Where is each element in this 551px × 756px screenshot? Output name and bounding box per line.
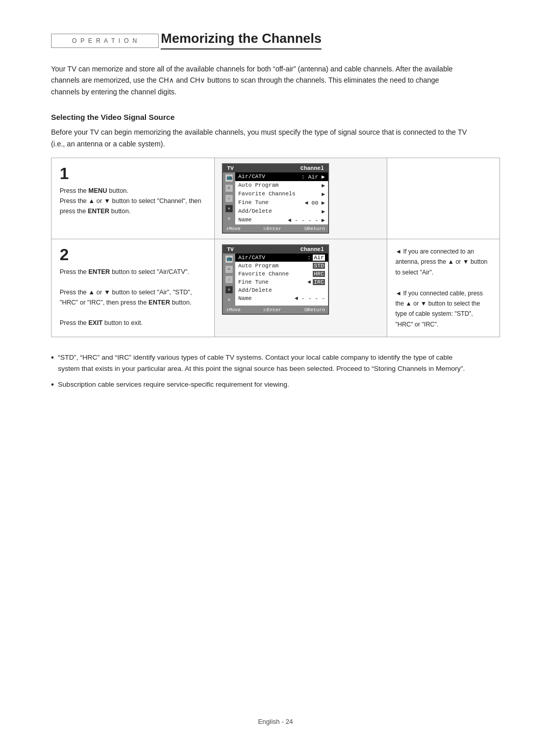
operation-header: O P E R A T I O N: [51, 34, 159, 48]
page-title: Memorizing the Channels: [161, 31, 321, 49]
tv-icon-grid: ⊞: [226, 215, 233, 222]
tv-icon-antenna: 📺: [226, 174, 233, 182]
menu-item-label: Favorite Channels: [238, 191, 295, 197]
step-2-right: ◄ If you are connected to an antenna, pr…: [387, 239, 499, 337]
note-text-1: “STD”, “HRC” and “IRC” identify various …: [58, 352, 469, 374]
tv-menu-2-header-left: TV: [227, 246, 234, 253]
menu-item-value: ◄ IRC: [308, 279, 325, 285]
step-1-right: [387, 158, 499, 239]
tv-icon-speaker-2: ♪: [226, 276, 233, 283]
step-1-row: 1 Press the MENU button. Press the ▲ or …: [51, 158, 500, 239]
step-1-left: 1 Press the MENU button. Press the ▲ or …: [52, 158, 215, 239]
menu-item-label: Add/Delete: [238, 287, 272, 293]
step-2-row: 2 Press the ENTER button to select "Air/…: [51, 239, 500, 337]
menu-item-adddelete-1: Add/Delete ▶: [235, 207, 328, 216]
tv-icon-grid-2: ⊞: [226, 296, 233, 304]
page-number: English - 24: [258, 718, 293, 725]
note-item-1: • “STD”, “HRC” and “IRC” identify variou…: [51, 352, 469, 374]
menu-item-aircatv-2: Air/CATV : Air: [235, 254, 328, 262]
tv-menu-2-header: TV Channel: [223, 245, 328, 254]
menu-item-autoprog-1: Auto Program ▶: [235, 181, 328, 190]
note-item-2: • Subscription cable services require se…: [51, 379, 469, 390]
tv-menu-1-header-right: Channel: [300, 165, 324, 171]
footer-return-2: ⊡Return: [305, 307, 325, 313]
intro-text: Your TV can memorize and store all of th…: [51, 63, 469, 97]
menu-item-value: : Air: [308, 255, 325, 261]
tv-menu-1-header-left: TV: [227, 165, 234, 171]
note-bullet-1: •: [51, 352, 54, 374]
menu-item-name-2: Name ◄ - - - -: [235, 294, 328, 303]
menu-item-name-1: Name ◄ - - - - ▶: [235, 216, 328, 224]
menu-item-value: ◄ 00 ▶: [305, 199, 325, 206]
menu-item-value: ◄ - - - -: [295, 295, 325, 301]
step-2-menu: TV Channel 📺 ≡ ♪ ✕ ⊞ Air/CATV : Air: [215, 239, 387, 337]
section-subtext: Before your TV can begin memorizing the …: [51, 127, 469, 149]
tv-menu-1-header: TV Channel: [223, 164, 328, 172]
menu-item-label: Air/CATV: [238, 173, 265, 180]
menu-item-label: Name: [238, 217, 252, 223]
tv-menu-1-footer: ⇕Move ▷Enter ⊡Return: [223, 224, 328, 233]
menu-item-value: STD: [313, 263, 325, 269]
menu-item-aircatv-1: Air/CATV : Air ▶: [235, 172, 328, 181]
menu-item-arrow: ▶: [321, 208, 325, 215]
menu-item-finetune-1: Fine Tune ◄ 00 ▶: [235, 198, 328, 207]
menu-item-label: Fine Tune: [238, 279, 268, 285]
menu-item-label: Auto Program: [238, 182, 279, 188]
menu-item-value: ◄ - - - - ▶: [288, 217, 325, 223]
menu-item-favorites-2: Favorite Channe HRC: [235, 270, 328, 278]
tv-menu-2-items: Air/CATV : Air Auto Program STD Favorite…: [235, 254, 328, 306]
tv-icon-x: ✕: [226, 205, 233, 212]
tv-menu-1-items: Air/CATV : Air ▶ Auto Program ▶ Favorite…: [235, 172, 328, 224]
menu-item-label: Fine Tune: [238, 199, 268, 206]
step-1-text: Press the MENU button. Press the ▲ or ▼ …: [60, 186, 206, 216]
tv-menu-1-icons: 📺 ≡ ♪ ✕ ⊞: [223, 172, 235, 224]
tv-icon-antenna-2: 📺: [226, 256, 233, 263]
footer-enter-2: ▷Enter: [264, 307, 281, 313]
footer-move: ⇕Move: [226, 225, 241, 232]
step-2-hint-2: ◄ If you connected cable, press the ▲ or…: [395, 288, 491, 330]
section-heading: Selecting the Video Signal Source: [51, 113, 500, 121]
menu-item-arrow: ▶: [321, 191, 325, 197]
tv-icon-speaker: ♪: [226, 195, 233, 202]
menu-item-label: Add/Delete: [238, 208, 272, 214]
menu-item-value: : Air ▶: [302, 173, 325, 180]
step-1-number: 1: [60, 165, 206, 182]
tv-menu-2-body: 📺 ≡ ♪ ✕ ⊞ Air/CATV : Air Auto Program: [223, 254, 328, 306]
step-2-left: 2 Press the ENTER button to select "Air/…: [52, 239, 215, 337]
menu-item-arrow: ▶: [321, 182, 325, 189]
menu-item-finetune-2: Fine Tune ◄ IRC: [235, 278, 328, 286]
steps-container: 1 Press the MENU button. Press the ▲ or …: [51, 158, 500, 337]
menu-item-value: HRC: [313, 271, 325, 277]
tv-icon-x-2: ✕: [226, 286, 233, 293]
tv-menu-2-icons: 📺 ≡ ♪ ✕ ⊞: [223, 254, 235, 306]
step-2-hint-1: ◄ If you are connected to an antenna, pr…: [395, 246, 491, 278]
page-footer: English - 24: [0, 718, 551, 725]
footer-enter: ▷Enter: [264, 225, 281, 232]
menu-item-label: Air/CATV: [238, 255, 265, 261]
step-1-menu: TV Channel 📺 ≡ ♪ ✕ ⊞ Air/CATV : Air ▶: [215, 158, 387, 239]
tv-menu-1: TV Channel 📺 ≡ ♪ ✕ ⊞ Air/CATV : Air ▶: [222, 163, 329, 234]
footer-move-2: ⇕Move: [226, 307, 241, 313]
step-2-text: Press the ENTER button to select "Air/CA…: [60, 267, 206, 328]
menu-item-adddelete-2: Add/Delete: [235, 286, 328, 294]
notes-section: • “STD”, “HRC” and “IRC” identify variou…: [51, 352, 500, 391]
tv-menu-2-footer: ⇕Move ▷Enter ⊡Return: [223, 306, 328, 314]
tv-icon-signal: ≡: [226, 185, 233, 192]
menu-item-autoprog-2: Auto Program STD: [235, 262, 328, 270]
menu-item-label: Favorite Channe: [238, 271, 289, 277]
menu-item-label: Auto Program: [238, 263, 279, 269]
tv-menu-1-body: 📺 ≡ ♪ ✕ ⊞ Air/CATV : Air ▶ Auto Program: [223, 172, 328, 224]
footer-return: ⊡Return: [305, 225, 325, 232]
tv-menu-2: TV Channel 📺 ≡ ♪ ✕ ⊞ Air/CATV : Air: [222, 244, 329, 315]
note-text-2: Subscription cable services require serv…: [58, 379, 289, 390]
tv-menu-2-header-right: Channel: [300, 246, 324, 253]
note-bullet-2: •: [51, 379, 54, 390]
step-2-number: 2: [60, 246, 206, 263]
menu-item-favorites-1: Favorite Channels ▶: [235, 190, 328, 198]
tv-icon-signal-2: ≡: [226, 266, 233, 273]
menu-item-label: Name: [238, 295, 252, 301]
